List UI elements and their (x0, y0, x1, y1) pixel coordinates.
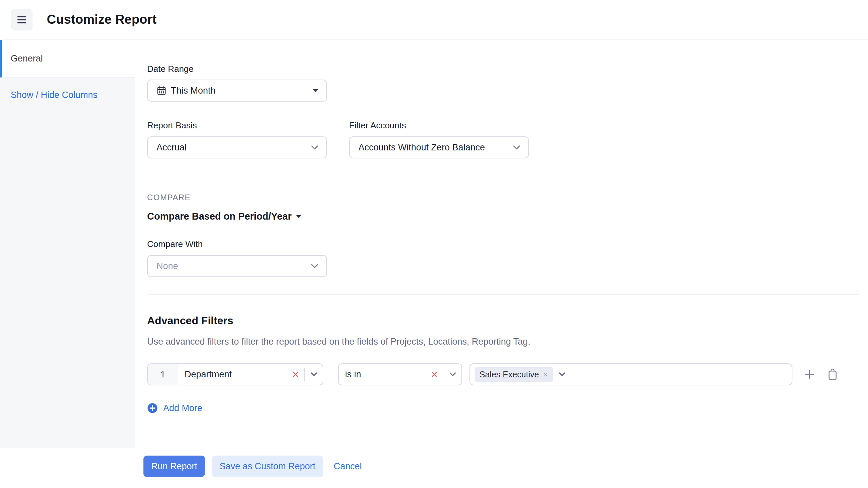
sidebar-item-label: General (11, 54, 43, 64)
caret-down-icon (313, 89, 318, 92)
run-report-button[interactable]: Run Report (144, 456, 205, 477)
filter-row: 1 Department is in (147, 363, 868, 385)
section-divider (147, 294, 859, 295)
caret-down-icon (296, 215, 301, 218)
filter-accounts-select[interactable]: Accounts Without Zero Balance (349, 136, 529, 158)
chevron-down-icon (311, 145, 318, 150)
page-title: Customize Report (47, 12, 156, 27)
calendar-icon (156, 86, 166, 96)
compare-with-select[interactable]: None (147, 255, 327, 277)
remove-tag-icon[interactable] (542, 371, 548, 377)
value-tag: Sales Executive (475, 367, 553, 382)
chevron-down-icon (450, 372, 456, 377)
delete-filter-row-button[interactable] (827, 363, 839, 385)
header: Customize Report (0, 0, 868, 39)
clear-icon (431, 371, 438, 378)
chevron-down-icon (311, 264, 318, 268)
filter-operator-value: is in (339, 369, 427, 380)
separator (443, 368, 443, 381)
footer: Run Report Save as Custom Report Cancel (0, 448, 868, 488)
sidebar-item-general[interactable]: General (0, 40, 135, 77)
section-divider (147, 176, 859, 176)
add-more-label: Add More (163, 403, 202, 414)
sidebar: General Show / Hide Columns (0, 40, 135, 448)
field-dropdown-button[interactable] (305, 372, 323, 377)
values-dropdown-button[interactable] (553, 372, 571, 377)
value-tag-label: Sales Executive (479, 370, 539, 379)
compare-with-label: Compare With (147, 239, 203, 249)
plus-icon (803, 368, 816, 381)
chevron-down-icon (311, 372, 317, 377)
sidebar-item-label: Show / Hide Columns (11, 90, 98, 100)
trash-icon (827, 368, 839, 381)
sidebar-item-show-hide-columns[interactable]: Show / Hide Columns (0, 77, 135, 113)
filter-operator-select[interactable]: is in (338, 363, 462, 385)
filter-field-select[interactable]: 1 Department (147, 363, 323, 385)
advanced-filters-title: Advanced Filters (147, 315, 234, 327)
filter-accounts-value: Accounts Without Zero Balance (359, 142, 513, 153)
separator (304, 368, 305, 381)
menu-icon (18, 16, 26, 18)
compare-with-value: None (156, 261, 311, 271)
operator-dropdown-button[interactable] (444, 372, 461, 377)
compare-based-label: Compare Based on Period/Year (147, 211, 291, 222)
clear-field-button[interactable] (288, 371, 303, 378)
date-range-label: Date Range (147, 64, 194, 74)
report-basis-select[interactable]: Accrual (147, 136, 327, 158)
filter-field-value: Department (178, 369, 288, 380)
save-as-custom-report-button[interactable]: Save as Custom Report (212, 456, 323, 477)
compare-based-toggle[interactable]: Compare Based on Period/Year (147, 211, 301, 222)
add-more-button[interactable]: Add More (147, 403, 202, 414)
filter-row-index: 1 (148, 364, 178, 385)
add-circle-icon (147, 403, 158, 414)
body: General Show / Hide Columns Date Range (0, 40, 868, 448)
customize-report-page: Customize Report General Show / Hide Col… (0, 0, 868, 488)
report-basis-label: Report Basis (147, 120, 197, 131)
cancel-button[interactable]: Cancel (334, 456, 362, 477)
chevron-down-icon (513, 145, 520, 150)
menu-button[interactable] (11, 9, 32, 30)
add-filter-row-button[interactable] (803, 363, 816, 385)
clear-operator-button[interactable] (427, 371, 442, 378)
filter-accounts-label: Filter Accounts (349, 120, 406, 131)
advanced-filters-description: Use advanced filters to filter the repor… (147, 336, 530, 347)
compare-section-label: COMPARE (147, 193, 191, 202)
chevron-down-icon (559, 372, 565, 377)
date-range-value: This Month (171, 86, 313, 96)
filter-values-select[interactable]: Sales Executive (469, 363, 793, 385)
clear-icon (292, 371, 299, 378)
date-range-select[interactable]: This Month (147, 79, 327, 102)
general-panel: Date Range This Month Report Basis Filte… (135, 40, 868, 448)
report-basis-value: Accrual (156, 142, 311, 153)
